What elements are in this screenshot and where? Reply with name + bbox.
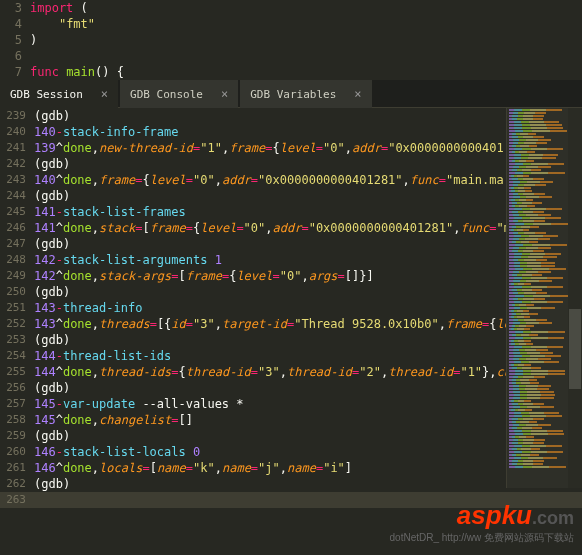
session-line[interactable]: 249142^done,stack-args=[frame={level="0"… bbox=[0, 268, 582, 284]
line-number: 259 bbox=[0, 428, 34, 444]
close-icon[interactable]: × bbox=[354, 87, 361, 101]
session-line[interactable]: 253(gdb) bbox=[0, 332, 582, 348]
line-number: 256 bbox=[0, 380, 34, 396]
line-number: 253 bbox=[0, 332, 34, 348]
code-line[interactable]: 3import ( bbox=[0, 0, 582, 16]
tab-label: GDB Variables bbox=[250, 88, 336, 101]
line-number: 246 bbox=[0, 220, 34, 236]
panel-tab[interactable]: GDB Session× bbox=[0, 80, 118, 108]
close-icon[interactable]: × bbox=[221, 87, 228, 101]
session-line[interactable]: 247(gdb) bbox=[0, 236, 582, 252]
line-number: 257 bbox=[0, 396, 34, 412]
session-line[interactable]: 241139^done,new-thread-id="1",frame={lev… bbox=[0, 140, 582, 156]
session-content: (gdb) bbox=[34, 428, 70, 444]
session-content: (gdb) bbox=[34, 156, 70, 172]
session-line[interactable]: 245141-stack-list-frames bbox=[0, 204, 582, 220]
vertical-scrollbar[interactable] bbox=[568, 108, 582, 488]
panel-tab[interactable]: GDB Variables× bbox=[240, 80, 371, 108]
session-line[interactable]: 243140^done,frame={level="0",addr="0x000… bbox=[0, 172, 582, 188]
session-content: (gdb) bbox=[34, 476, 70, 492]
session-content: 140^done,frame={level="0",addr="0x000000… bbox=[34, 172, 504, 188]
code-editor-pane[interactable]: 3import (4 "fmt"5)67func main() { bbox=[0, 0, 582, 80]
line-number: 254 bbox=[0, 348, 34, 364]
session-line[interactable]: 248142-stack-list-arguments 1 bbox=[0, 252, 582, 268]
scrollbar-thumb[interactable] bbox=[569, 309, 581, 389]
code-line[interactable]: 4 "fmt" bbox=[0, 16, 582, 32]
session-line[interactable]: 256(gdb) bbox=[0, 380, 582, 396]
code-line[interactable]: 7func main() { bbox=[0, 64, 582, 80]
line-number: 263 bbox=[0, 492, 34, 508]
session-content: 142-stack-list-arguments 1 bbox=[34, 252, 222, 268]
line-number: 248 bbox=[0, 252, 34, 268]
line-number: 243 bbox=[0, 172, 34, 188]
line-content: import ( bbox=[30, 0, 88, 16]
panel-tabs-bar: GDB Session×GDB Console×GDB Variables× bbox=[0, 80, 582, 108]
line-content: "fmt" bbox=[30, 16, 95, 32]
session-content: (gdb) bbox=[34, 188, 70, 204]
line-content: func main() { bbox=[30, 64, 124, 80]
session-content: 139^done,new-thread-id="1",frame={level=… bbox=[34, 140, 504, 156]
session-line[interactable]: 240140-stack-info-frame bbox=[0, 124, 582, 140]
session-line[interactable]: 263 bbox=[0, 492, 582, 508]
session-content: 141^done,stack=[frame={level="0",addr="0… bbox=[34, 220, 511, 236]
close-icon[interactable]: × bbox=[101, 87, 108, 101]
session-content: 143^done,threads=[{id="3",target-id="Thr… bbox=[34, 316, 511, 332]
session-line[interactable]: 252143^done,threads=[{id="3",target-id="… bbox=[0, 316, 582, 332]
line-content: ) bbox=[30, 32, 37, 48]
session-content: 146^done,locals=[name="k",name="j",name=… bbox=[34, 460, 352, 476]
session-content: (gdb) bbox=[34, 236, 70, 252]
session-line[interactable]: 251143-thread-info bbox=[0, 300, 582, 316]
session-line[interactable]: 254144-thread-list-ids bbox=[0, 348, 582, 364]
tab-label: GDB Console bbox=[130, 88, 203, 101]
session-content: 141-stack-list-frames bbox=[34, 204, 186, 220]
line-number: 7 bbox=[0, 64, 30, 80]
tab-label: GDB Session bbox=[10, 88, 83, 101]
panel-tab[interactable]: GDB Console× bbox=[120, 80, 238, 108]
line-number: 242 bbox=[0, 156, 34, 172]
line-number: 245 bbox=[0, 204, 34, 220]
session-line[interactable]: 258145^done,changelist=[] bbox=[0, 412, 582, 428]
gdb-session-pane[interactable]: 239(gdb)240140-stack-info-frame241139^do… bbox=[0, 108, 582, 528]
session-line[interactable]: 250(gdb) bbox=[0, 284, 582, 300]
line-number: 250 bbox=[0, 284, 34, 300]
line-number: 240 bbox=[0, 124, 34, 140]
line-number: 4 bbox=[0, 16, 30, 32]
line-number: 5 bbox=[0, 32, 30, 48]
line-number: 258 bbox=[0, 412, 34, 428]
session-content: 145-var-update --all-values * bbox=[34, 396, 244, 412]
session-line[interactable]: 239(gdb) bbox=[0, 108, 582, 124]
session-line[interactable]: 259(gdb) bbox=[0, 428, 582, 444]
line-number: 6 bbox=[0, 48, 30, 64]
session-line[interactable]: 260146-stack-list-locals 0 bbox=[0, 444, 582, 460]
code-line[interactable]: 6 bbox=[0, 48, 582, 64]
line-number: 251 bbox=[0, 300, 34, 316]
line-number: 260 bbox=[0, 444, 34, 460]
minimap[interactable] bbox=[506, 108, 568, 488]
session-content: 145^done,changelist=[] bbox=[34, 412, 193, 428]
session-line[interactable]: 255144^done,thread-ids={thread-id="3",th… bbox=[0, 364, 582, 380]
session-line[interactable]: 242(gdb) bbox=[0, 156, 582, 172]
line-number: 241 bbox=[0, 140, 34, 156]
code-line[interactable]: 5) bbox=[0, 32, 582, 48]
session-content: (gdb) bbox=[34, 108, 70, 124]
session-line[interactable]: 257145-var-update --all-values * bbox=[0, 396, 582, 412]
session-content: 142^done,stack-args=[frame={level="0",ar… bbox=[34, 268, 374, 284]
session-content: 144^done,thread-ids={thread-id="3",threa… bbox=[34, 364, 511, 380]
line-number: 247 bbox=[0, 236, 34, 252]
line-number: 239 bbox=[0, 108, 34, 124]
session-content: 146-stack-list-locals 0 bbox=[34, 444, 200, 460]
session-content: (gdb) bbox=[34, 332, 70, 348]
line-number: 252 bbox=[0, 316, 34, 332]
line-number: 261 bbox=[0, 460, 34, 476]
line-number: 3 bbox=[0, 0, 30, 16]
session-line[interactable]: 261146^done,locals=[name="k",name="j",na… bbox=[0, 460, 582, 476]
session-content: 143-thread-info bbox=[34, 300, 142, 316]
session-content: (gdb) bbox=[34, 380, 70, 396]
session-line[interactable]: 246141^done,stack=[frame={level="0",addr… bbox=[0, 220, 582, 236]
session-line[interactable]: 244(gdb) bbox=[0, 188, 582, 204]
session-line[interactable]: 262(gdb) bbox=[0, 476, 582, 492]
line-number: 255 bbox=[0, 364, 34, 380]
session-content: (gdb) bbox=[34, 284, 70, 300]
line-number: 262 bbox=[0, 476, 34, 492]
line-number: 244 bbox=[0, 188, 34, 204]
